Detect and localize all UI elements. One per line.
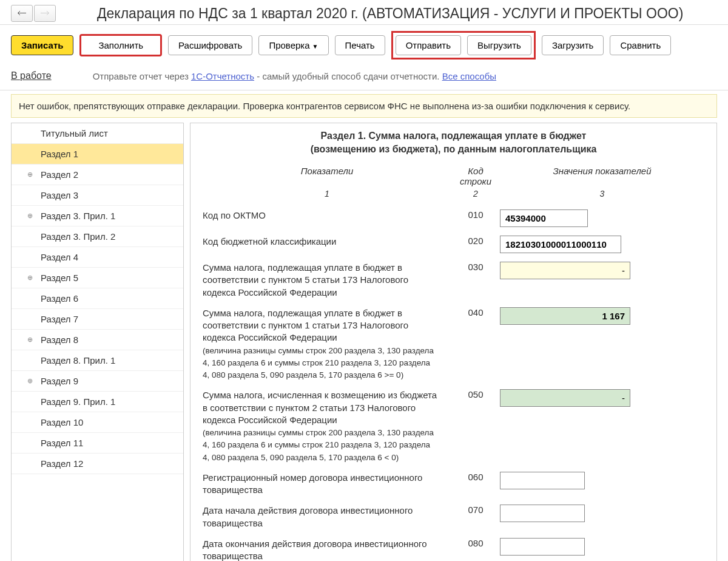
- code-070: 070: [451, 505, 500, 515]
- sidebar-item-label: Раздел 11: [41, 438, 83, 448]
- code-060: 060: [451, 472, 500, 482]
- code-040: 040: [451, 307, 500, 318]
- sidebar-item-label: Раздел 9: [41, 376, 78, 386]
- nav-back-button[interactable]: 🡐: [11, 5, 33, 22]
- code-080: 080: [451, 538, 500, 548]
- section-title: Раздел 1. Сумма налога, подлежащая уплат…: [203, 131, 704, 141]
- sidebar-item-9[interactable]: Раздел 7: [12, 309, 183, 330]
- label-020: Код бюджетной классификации: [203, 236, 451, 248]
- code-010: 010: [451, 209, 500, 220]
- sidebar-item-16[interactable]: Раздел 12: [12, 454, 183, 474]
- sidebar-item-label: Раздел 2: [41, 169, 78, 180]
- column-num-2: 2: [451, 189, 500, 199]
- sidebar-item-15[interactable]: Раздел 11: [12, 433, 183, 454]
- page-title: Декларация по НДС за 1 квартал 2020 г. (…: [97, 5, 683, 22]
- expand-icon[interactable]: ⊕: [27, 274, 33, 282]
- sidebar-item-label: Раздел 3. Прил. 1: [41, 211, 115, 221]
- load-button[interactable]: Загрузить: [542, 35, 604, 55]
- fill-button[interactable]: Заполнить: [79, 34, 162, 56]
- print-button[interactable]: Печать: [335, 35, 385, 55]
- sidebar-item-label: Раздел 5: [41, 273, 78, 283]
- label-010: Код по ОКТМО: [203, 209, 451, 222]
- label-050: Сумма налога, исчисленная к возмещению и…: [203, 389, 451, 463]
- expand-icon[interactable]: ⊕: [27, 212, 33, 220]
- code-050: 050: [451, 389, 500, 399]
- sidebar-item-label: Раздел 3: [41, 190, 78, 200]
- column-header-code: Код строки: [451, 166, 500, 186]
- sidebar-item-label: Раздел 12: [41, 458, 83, 469]
- expand-icon[interactable]: ⊕: [27, 171, 33, 178]
- sidebar-item-label: Раздел 1: [41, 149, 78, 159]
- input-080[interactable]: [500, 538, 585, 556]
- section-sidebar: Титульный листРаздел 1⊕Раздел 2Раздел 3⊕…: [11, 123, 184, 561]
- sidebar-item-8[interactable]: Раздел 6: [12, 288, 183, 309]
- nav-forward-button: 🡒: [34, 5, 56, 22]
- compare-button[interactable]: Сравнить: [610, 35, 671, 55]
- expand-icon[interactable]: ⊕: [27, 336, 33, 344]
- sidebar-item-5[interactable]: Раздел 3. Прил. 2: [12, 226, 183, 247]
- expand-icon[interactable]: ⊕: [27, 377, 33, 385]
- sidebar-item-label: Раздел 7: [41, 314, 78, 324]
- code-020: 020: [451, 236, 500, 246]
- sidebar-item-4[interactable]: ⊕Раздел 3. Прил. 1: [12, 206, 183, 226]
- input-040[interactable]: [500, 307, 630, 325]
- save-button[interactable]: Записать: [11, 35, 73, 55]
- column-header-indicators: Показатели: [203, 166, 451, 186]
- sidebar-item-12[interactable]: ⊕Раздел 9: [12, 371, 183, 392]
- label-080: Дата окончания действия договора инвести…: [203, 538, 451, 561]
- input-050[interactable]: [500, 389, 630, 407]
- column-num-3: 3: [500, 189, 704, 199]
- status-hint: Отправьте отчет через 1С-Отчетность - са…: [93, 71, 496, 81]
- label-070: Дата начала действия договора инвестицио…: [203, 505, 451, 529]
- sidebar-item-label: Титульный лист: [41, 128, 108, 138]
- sidebar-item-0[interactable]: Титульный лист: [12, 123, 183, 144]
- sidebar-item-label: Раздел 8: [41, 335, 78, 345]
- sidebar-item-6[interactable]: Раздел 4: [12, 247, 183, 268]
- sidebar-item-1[interactable]: Раздел 1: [12, 144, 183, 165]
- decrypt-button[interactable]: Расшифровать: [168, 35, 252, 55]
- input-010[interactable]: [500, 209, 588, 227]
- column-header-values: Значения показателей: [500, 166, 704, 186]
- code-030: 030: [451, 262, 500, 272]
- label-060: Регистрационный номер договора инвестици…: [203, 472, 451, 497]
- link-1c-reporting[interactable]: 1С-Отчетность: [191, 71, 254, 81]
- input-060[interactable]: [500, 472, 585, 489]
- sidebar-item-14[interactable]: Раздел 10: [12, 412, 183, 433]
- chevron-down-icon: ▼: [312, 43, 318, 50]
- info-message: Нет ошибок, препятствующих отправке декл…: [11, 94, 717, 118]
- input-030[interactable]: [500, 262, 630, 279]
- sidebar-item-label: Раздел 6: [41, 293, 78, 304]
- sidebar-item-label: Раздел 4: [41, 252, 78, 262]
- sidebar-item-label: Раздел 3. Прил. 2: [41, 231, 115, 242]
- label-040: Сумма налога, подлежащая уплате в бюджет…: [203, 307, 451, 381]
- sidebar-item-3[interactable]: Раздел 3: [12, 185, 183, 206]
- export-button[interactable]: Выгрузить: [467, 35, 531, 55]
- sidebar-item-2[interactable]: ⊕Раздел 2: [12, 165, 183, 185]
- sidebar-item-label: Раздел 9. Прил. 1: [41, 396, 115, 407]
- sidebar-item-10[interactable]: ⊕Раздел 8: [12, 330, 183, 350]
- send-button[interactable]: Отправить: [396, 35, 461, 55]
- status-state-link[interactable]: В работе: [11, 70, 52, 81]
- link-all-methods[interactable]: Все способы: [442, 71, 496, 81]
- label-030: Сумма налога, подлежащая уплате в бюджет…: [203, 262, 451, 299]
- sidebar-item-11[interactable]: Раздел 8. Прил. 1: [12, 350, 183, 371]
- sidebar-item-7[interactable]: ⊕Раздел 5: [12, 268, 183, 288]
- input-020[interactable]: [500, 236, 621, 253]
- section-subtitle: (возмещению из бюджета), по данным налог…: [203, 144, 704, 155]
- sidebar-item-label: Раздел 10: [41, 417, 83, 427]
- main-panel: Раздел 1. Сумма налога, подлежащая уплат…: [190, 123, 717, 561]
- sidebar-item-13[interactable]: Раздел 9. Прил. 1: [12, 392, 183, 412]
- check-button[interactable]: Проверка▼: [258, 35, 328, 55]
- column-num-1: 1: [203, 189, 451, 199]
- input-070[interactable]: [500, 505, 585, 522]
- sidebar-item-label: Раздел 8. Прил. 1: [41, 355, 115, 365]
